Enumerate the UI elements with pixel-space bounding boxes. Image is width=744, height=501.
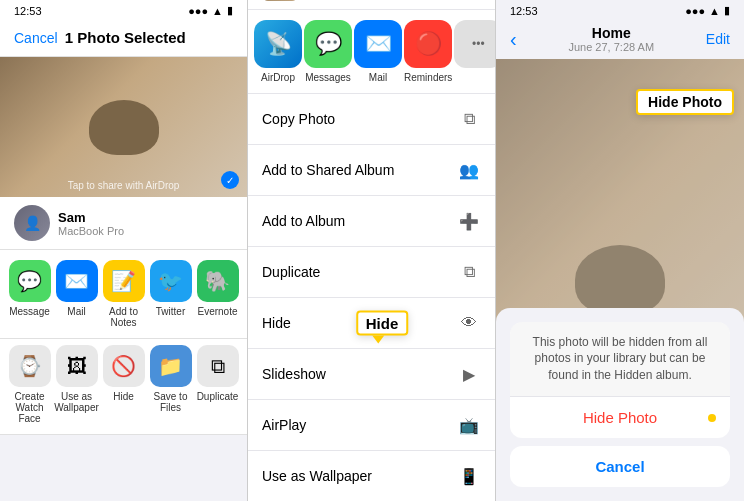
confirm-cancel-button[interactable]: Cancel — [510, 446, 730, 487]
menu-use-as-wallpaper[interactable]: Use as Wallpaper 📱 — [248, 451, 495, 501]
back-button[interactable]: ‹ — [510, 28, 517, 51]
sheet-app-mail[interactable]: ✉️ Mail — [354, 20, 402, 83]
app-notes-label: Add to Notes — [100, 306, 147, 328]
cancel-button[interactable]: Cancel — [14, 30, 58, 46]
menu-copy-photo[interactable]: Copy Photo ⧉ — [248, 94, 495, 145]
menu-duplicate[interactable]: Duplicate ⧉ — [248, 247, 495, 298]
app-wallpaper[interactable]: 🖼 Use as Wallpaper — [53, 345, 100, 424]
menu-add-shared-album[interactable]: Add to Shared Album 👥 — [248, 145, 495, 196]
signal-icon: ●●● — [188, 5, 208, 17]
app-watch-label: Create Watch Face — [6, 391, 53, 424]
nav-title: Home — [568, 25, 654, 41]
slideshow-label: Slideshow — [262, 366, 447, 382]
selected-check — [221, 171, 239, 189]
app-message[interactable]: 💬 Message — [6, 260, 53, 328]
status-icons-1: ●●● ▲ ▮ — [188, 4, 233, 17]
confirmation-sheet: This photo will be hidden from all photo… — [496, 308, 744, 501]
sheet-app-airdrop[interactable]: 📡 AirDrop — [254, 20, 302, 83]
app-twitter[interactable]: 🐦 Twitter — [147, 260, 194, 328]
hide-eye-icon: 👁 — [457, 311, 481, 335]
hide-badge: Hide — [356, 311, 409, 336]
use-as-wallpaper-label: Use as Wallpaper — [262, 468, 447, 484]
contact-name: Sam — [58, 210, 124, 225]
mail-icon-2: ✉️ — [354, 20, 402, 68]
confirm-message-area: This photo will be hidden from all photo… — [510, 322, 730, 397]
airdrop-icon: 📡 — [254, 20, 302, 68]
confirm-message-text: This photo will be hidden from all photo… — [524, 334, 716, 384]
slideshow-icon: ▶ — [457, 362, 481, 386]
sheet-app-messages[interactable]: 💬 Messages — [304, 20, 352, 83]
airplay-icon: 📺 — [457, 413, 481, 437]
duplicate-icon: ⧉ — [197, 345, 239, 387]
sheet-app-reminders[interactable]: 🔴 Reminders — [404, 20, 452, 83]
app-mail[interactable]: ✉️ Mail — [53, 260, 100, 328]
panel-hide-photo-confirm: 12:53 ●●● ▲ ▮ ‹ Home June 27, 7:28 AM Ed… — [496, 0, 744, 501]
app-duplicate[interactable]: ⧉ Duplicate — [194, 345, 241, 424]
photo-area-panel3: Hide Photo ▼ This photo will be hidden f… — [496, 59, 744, 501]
watch-face-icon: ⌚ — [9, 345, 51, 387]
confirm-hide-button[interactable]: Hide Photo — [510, 397, 730, 438]
mail-icon: ✉️ — [56, 260, 98, 302]
airdrop-hint: Tap to share with AirDrop — [68, 180, 180, 191]
app-evernote[interactable]: 🐘 Evernote — [194, 260, 241, 328]
copy-photo-icon: ⧉ — [457, 107, 481, 131]
airdrop-label: AirDrop — [261, 72, 295, 83]
app-wallpaper-label: Use as Wallpaper — [53, 391, 100, 413]
app-mail-label: Mail — [67, 306, 85, 317]
menu-hide[interactable]: Hide 👁 Hide — [248, 298, 495, 349]
add-shared-album-icon: 👥 — [457, 158, 481, 182]
more-icon: ••• — [454, 20, 495, 68]
yellow-badge — [708, 414, 716, 422]
wifi-icon: ▲ — [212, 5, 223, 17]
airplay-label: AirPlay — [262, 417, 447, 433]
app-twitter-label: Twitter — [156, 306, 185, 317]
photo-image — [0, 57, 247, 197]
files-icon: 📁 — [150, 345, 192, 387]
nav-center: Home June 27, 7:28 AM — [568, 25, 654, 53]
sheet-thumbnail — [262, 0, 298, 1]
app-watch-face[interactable]: ⌚ Create Watch Face — [6, 345, 53, 424]
status-bar-panel3: 12:53 ●●● ▲ ▮ — [496, 0, 744, 19]
sheet-apps-row: 📡 AirDrop 💬 Messages ✉️ Mail 🔴 Reminders… — [248, 10, 495, 94]
notes-icon: 📝 — [103, 260, 145, 302]
message-icon: 💬 — [9, 260, 51, 302]
menu-slideshow[interactable]: Slideshow ▶ — [248, 349, 495, 400]
hide-arrow — [372, 336, 384, 344]
duplicate-label: Duplicate — [262, 264, 447, 280]
share-sheet: 1 Photo Selected Options > × 📡 AirDrop 💬… — [248, 0, 495, 501]
hide-photo-badge: Hide Photo — [636, 89, 734, 115]
panel3-navigation: ‹ Home June 27, 7:28 AM Edit — [496, 19, 744, 59]
contact-subtitle: MacBook Pro — [58, 225, 124, 237]
app-files[interactable]: 📁 Save to Files — [147, 345, 194, 424]
confirmation-box: This photo will be hidden from all photo… — [510, 322, 730, 438]
sheet-app-more[interactable]: ••• — [454, 20, 495, 83]
add-album-icon: ➕ — [457, 209, 481, 233]
menu-add-album[interactable]: Add to Album ➕ — [248, 196, 495, 247]
twitter-icon: 🐦 — [150, 260, 192, 302]
battery-icon: ▮ — [227, 4, 233, 17]
edit-button[interactable]: Edit — [706, 31, 730, 47]
app-files-label: Save to Files — [147, 391, 194, 413]
messages-label: Messages — [305, 72, 351, 83]
panel-airdrop-share: 12:53 ●●● ▲ ▮ Cancel 1 Photo Selected Ta… — [0, 0, 248, 501]
reminders-icon: 🔴 — [404, 20, 452, 68]
panel1-header: Cancel 1 Photo Selected — [0, 19, 247, 57]
panel1-title: 1 Photo Selected — [58, 29, 193, 46]
evernote-icon: 🐘 — [197, 260, 239, 302]
wifi-icon-3: ▲ — [709, 5, 720, 17]
contact-row[interactable]: 👤 Sam MacBook Pro — [0, 197, 247, 250]
app-notes[interactable]: 📝 Add to Notes — [100, 260, 147, 328]
apps-row-1: 💬 Message ✉️ Mail 📝 Add to Notes 🐦 Twitt… — [0, 250, 247, 339]
status-time-3: 12:53 — [510, 5, 538, 17]
app-hide-label: Hide — [113, 391, 134, 402]
copy-photo-label: Copy Photo — [262, 111, 447, 127]
status-icons-3: ●●● ▲ ▮ — [685, 4, 730, 17]
status-time-1: 12:53 — [14, 5, 42, 17]
status-bar-panel1: 12:53 ●●● ▲ ▮ — [0, 0, 247, 19]
app-hide[interactable]: 🚫 Hide — [100, 345, 147, 424]
contact-info: Sam MacBook Pro — [58, 210, 124, 237]
menu-airplay[interactable]: AirPlay 📺 — [248, 400, 495, 451]
nav-subtitle: June 27, 7:28 AM — [568, 41, 654, 53]
hide-icon: 🚫 — [103, 345, 145, 387]
share-sheet-header: 1 Photo Selected Options > × — [248, 0, 495, 10]
